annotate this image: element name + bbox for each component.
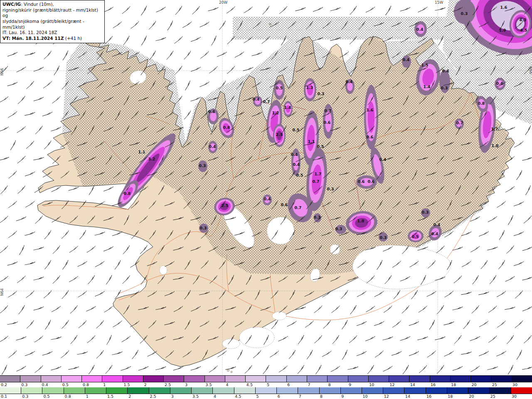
legend-threshold-label: 3 <box>170 394 192 399</box>
precip-value-label: 0.4 <box>346 79 353 84</box>
glacier-torfajokull <box>272 312 286 320</box>
legend-color-segment <box>348 376 369 382</box>
precip-value-label: 0.4 <box>416 27 424 32</box>
precip-value-label: 0.4 <box>431 232 438 236</box>
legend-threshold-label: 0.3 <box>20 382 41 387</box>
snow-scale-bar <box>0 376 532 382</box>
legend-threshold-label: 1.5 <box>123 382 143 387</box>
legend-color-segment <box>468 387 490 394</box>
legend-color-segment <box>389 376 409 382</box>
legend-color-segment <box>490 387 511 394</box>
lake-thingvallavatn <box>160 266 167 275</box>
legend-color-segment <box>205 376 225 382</box>
title-line-3: slydda/snjókoma (grátt/bleikt/grænt - mm… <box>2 19 102 30</box>
precip-value-label: 1.4 <box>424 84 431 89</box>
legend-threshold-label: 20 <box>468 394 489 399</box>
legend-threshold-label: 5 <box>255 394 276 399</box>
legend-color-segment <box>234 387 256 394</box>
precip-value-label: 0.7 <box>456 121 463 125</box>
legend: 0.20.30.40.50.811.522.533.544.5567891012… <box>0 375 532 399</box>
legend-color-segment <box>430 376 451 382</box>
legend-color-segment <box>277 387 298 394</box>
legend-color-segment <box>426 387 447 394</box>
legend-threshold-label: 7 <box>307 382 328 387</box>
precip-value-label: 2.3 <box>276 132 283 137</box>
precip-value-label: 0.7 <box>313 179 320 184</box>
product-desc: : Vindur (10m), <box>21 2 54 7</box>
legend-threshold-label: 30 <box>512 382 532 387</box>
rain-scale-bar <box>0 387 532 394</box>
precip-value-label: 0.3 <box>199 163 206 168</box>
glacier-myrdalsjokull <box>239 327 274 348</box>
legend-color-segment <box>213 387 234 394</box>
legend-color-segment <box>383 387 404 394</box>
legend-color-segment <box>512 376 532 382</box>
rain-scale-labels: 0.10.30.50.811.522.533.544.5567891012141… <box>0 394 532 399</box>
legend-threshold-label: 4.5 <box>234 394 255 399</box>
legend-color-segment <box>128 387 149 394</box>
legend-threshold-label: 5 <box>266 382 286 387</box>
legend-color-segment <box>64 387 85 394</box>
precip-value-label: 0.3 <box>380 235 387 240</box>
legend-threshold-label: 6 <box>277 394 298 399</box>
precip-value-label: 0.4 <box>264 197 271 201</box>
precip-value-label: 0.6 <box>368 179 375 184</box>
legend-threshold-label: 0.4 <box>41 382 61 387</box>
valid-time-line: VT: Mán. 18.11.2024 11Z (+41 h) <box>2 36 102 42</box>
lat-label-left-64n: N64 <box>0 288 4 296</box>
precip-value-label: 1.8 <box>357 219 365 223</box>
legend-threshold-label: 0.8 <box>64 394 85 399</box>
precip-value-label: 0.4 <box>496 81 503 86</box>
precip-value-label: 1.2 <box>272 111 279 115</box>
valid-offset: (+41 h) <box>64 36 82 41</box>
legend-color-segment <box>102 376 123 382</box>
legend-threshold-label: 0.2 <box>0 382 20 387</box>
precip-value-label: 3.2 <box>148 157 155 161</box>
legend-threshold-label: 9 <box>340 394 362 399</box>
legend-color-segment <box>164 376 184 382</box>
precip-value-label: 1.5 <box>421 63 429 67</box>
legend-color-segment <box>41 376 62 382</box>
legend-color-segment <box>511 387 532 394</box>
precip-value-label: 0.5 <box>276 86 283 90</box>
legend-threshold-label: 25 <box>491 382 512 387</box>
legend-threshold-label: 4.5 <box>246 382 266 387</box>
legend-color-segment <box>451 376 471 382</box>
legend-threshold-label: 7 <box>298 394 319 399</box>
precip-value-label: 0.8 <box>124 191 131 196</box>
legend-color-segment <box>225 376 246 382</box>
legend-threshold-label: 25 <box>490 394 511 399</box>
precip-value-label: 0.4 <box>291 152 298 157</box>
legend-threshold-label: 8 <box>319 394 340 399</box>
legend-threshold-label: 16 <box>426 394 447 399</box>
legend-threshold-label: 10 <box>368 382 389 387</box>
legend-color-segment <box>184 376 204 382</box>
legend-threshold-label: 9 <box>348 382 368 387</box>
weather-map-canvas: 0.31.64.34.51.90.40.41.51.40.40.30.40.81… <box>0 0 532 399</box>
legend-threshold-label: 10 <box>362 394 383 399</box>
precip-value-label: 0.4 <box>433 222 441 227</box>
precip-value-label: 0.3 <box>314 215 321 219</box>
precip-value-label: 1.1 <box>308 139 315 144</box>
legend-threshold-label: 2.5 <box>164 382 184 387</box>
lon-label-15w: 15W <box>435 0 443 5</box>
precip-value-label: 0.3 <box>422 210 429 214</box>
precip-value-label: 1.9 <box>499 28 506 32</box>
valid-time: VT: Mán. 18.11.2024 11Z <box>2 36 64 41</box>
legend-color-segment <box>404 387 426 394</box>
legend-threshold-label: 12 <box>383 394 404 399</box>
legend-threshold-label: 8 <box>328 382 348 387</box>
precip-value-label: 0.4 <box>208 109 215 114</box>
legend-threshold-label: 3.5 <box>204 382 225 387</box>
precip-value-label: 0.6 <box>281 202 288 207</box>
legend-color-segment <box>491 376 512 382</box>
legend-color-segment <box>42 387 64 394</box>
legend-threshold-label: 4 <box>213 394 234 399</box>
legend-threshold-label: 1 <box>102 382 123 387</box>
precip-value-label: 0.8 <box>478 101 485 106</box>
legend-threshold-label: 0.8 <box>82 382 102 387</box>
legend-color-segment <box>320 387 341 394</box>
precip-value-label: 0.5 <box>296 173 303 177</box>
island <box>231 371 232 373</box>
legend-threshold-label: 1 <box>85 394 106 399</box>
